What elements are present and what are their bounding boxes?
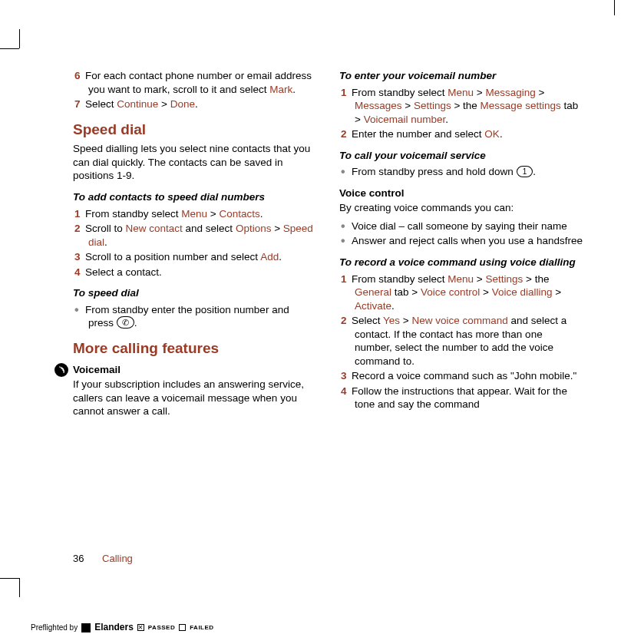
bullet-icon: •: [341, 220, 352, 233]
heading-record-voice: To record a voice command using voice di…: [339, 256, 583, 269]
elanders-logo-icon: [81, 623, 91, 632]
heading-enter-voicemail: To enter your voicemail number: [339, 69, 583, 83]
page-number: 36: [73, 553, 84, 564]
heading-speed-dial: Speed dial: [73, 121, 316, 140]
vc-bullet-2: •Answer and reject calls when you use a …: [355, 234, 583, 248]
step-number: 3: [74, 250, 85, 264]
checkbox-failed-icon: [179, 624, 186, 631]
rec-step-3: 3Record a voice command such as "John mo…: [355, 369, 583, 383]
voicemail-desc: If your subscription includes an answeri…: [73, 378, 316, 418]
vc-bullet-1: •Voice dial – call someone by saying the…: [355, 220, 583, 233]
elanders-brand: Elanders: [94, 622, 134, 634]
bullet-icon: •: [341, 166, 352, 178]
ui-contacts: Contacts: [219, 208, 259, 220]
ui-general: General: [355, 286, 391, 298]
step-number: 2: [341, 127, 352, 141]
rec-step-4: 4Follow the instructions that appear. Wa…: [355, 385, 583, 411]
add-step-2: 2Scroll to New contact and select Option…: [88, 222, 316, 249]
step-number: 6: [74, 69, 85, 83]
to-speed-dial-steps: •From standby enter the position number …: [73, 303, 316, 330]
ui-ok: OK: [484, 128, 500, 140]
step-number: 7: [74, 97, 85, 111]
call-key-icon: ✆: [117, 316, 134, 329]
ui-add: Add: [260, 251, 279, 263]
crop-mark-top: [614, 0, 615, 15]
preflight-label: Preflighted by: [31, 623, 78, 632]
step-7: 7Select Continue > Done.: [88, 97, 316, 111]
ui-new-voice-command: New voice command: [411, 315, 507, 326]
section-name: Calling: [102, 553, 133, 564]
heading-to-speed-dial: To speed dial: [73, 286, 316, 300]
heading-call-voicemail: To call your voicemail service: [339, 149, 583, 163]
heading-more-calling: More calling features: [73, 339, 316, 358]
passed-label: PASSED: [148, 624, 175, 632]
failed-label: FAILED: [190, 624, 213, 632]
record-voice-steps: 1From standby select Menu > Settings > t…: [339, 272, 583, 411]
ui-settings: Settings: [485, 273, 523, 285]
ui-yes: Yes: [383, 315, 400, 326]
heading-voice-control: Voice control: [339, 187, 583, 200]
call-voicemail-bullet: •From standby press and hold down 1.: [355, 165, 583, 179]
ui-mark: Mark: [269, 84, 292, 95]
bullet-icon: •: [74, 304, 85, 316]
enter-step-1: 1From standby select Menu > Messaging > …: [355, 86, 583, 127]
step-number: 4: [341, 385, 352, 398]
right-column: To enter your voicemail number 1From sta…: [339, 69, 583, 423]
ui-menu: Menu: [181, 208, 207, 220]
voice-control-desc: By creating voice commands you can:: [339, 201, 583, 215]
preflight-bar: Preflighted by Elanders PASSED FAILED: [31, 622, 214, 634]
checkbox-passed-icon: [137, 624, 144, 631]
step-number: 1: [341, 86, 352, 100]
ui-settings: Settings: [414, 100, 451, 111]
ui-menu: Menu: [447, 87, 474, 98]
enter-step-2: 2Enter the number and select OK.: [355, 127, 583, 141]
ui-voicemail-number: Voicemail number: [364, 114, 446, 125]
voice-control-bullets: •Voice dial – call someone by saying the…: [339, 220, 583, 248]
voicemail-icon: [54, 363, 68, 377]
step-number: 3: [341, 369, 352, 383]
add-speed-dial-steps: 1From standby select Menu > Contacts. 2S…: [73, 207, 316, 279]
ui-message-settings: Message settings: [481, 100, 561, 111]
add-step-3: 3Scroll to a position number and select …: [88, 250, 316, 264]
add-step-1: 1From standby select Menu > Contacts.: [88, 207, 316, 221]
speed-dial-desc: Speed dialling lets you select nine cont…: [73, 142, 316, 183]
rec-step-2: 2Select Yes > New voice command and sele…: [355, 314, 583, 368]
page-footer: 36 Calling: [73, 553, 133, 566]
heading-add-speed-dial: To add contacts to speed dial numbers: [73, 190, 316, 204]
step-number: 1: [74, 207, 85, 221]
add-step-4: 4Select a contact.: [88, 266, 316, 279]
step-number: 2: [74, 222, 85, 236]
step-number: 1: [341, 272, 352, 286]
ui-voice-control: Voice control: [421, 286, 480, 298]
step-6: 6For each contact phone number or email …: [88, 69, 316, 96]
page-content: 6For each contact phone number or email …: [0, 0, 644, 423]
enter-voicemail-steps: 1From standby select Menu > Messaging > …: [339, 86, 583, 141]
ui-new-contact: New contact: [126, 223, 183, 234]
ui-continue: Continue: [117, 98, 158, 110]
rec-step-1: 1From standby select Menu > Settings > t…: [355, 272, 583, 313]
ui-done: Done: [170, 98, 195, 110]
call-voicemail-steps: •From standby press and hold down 1.: [339, 165, 583, 179]
left-column: 6For each contact phone number or email …: [73, 69, 316, 423]
ui-messaging: Messaging: [485, 87, 535, 98]
ui-voice-dialling: Voice dialling: [492, 286, 553, 298]
step-number: 4: [74, 266, 85, 279]
ui-activate: Activate: [355, 300, 391, 312]
step-number: 2: [341, 314, 352, 328]
bullet-icon: •: [341, 235, 352, 247]
heading-voicemail: Voicemail: [73, 363, 316, 377]
speed-dial-bullet: •From standby enter the position number …: [88, 303, 316, 330]
ui-options: Options: [236, 223, 272, 234]
voicemail-section: Voicemail If your subscription includes …: [73, 363, 316, 418]
steps-6-7: 6For each contact phone number or email …: [73, 69, 316, 111]
ui-menu: Menu: [447, 273, 474, 285]
ui-messages: Messages: [355, 100, 402, 111]
key-1-icon: 1: [517, 166, 533, 177]
